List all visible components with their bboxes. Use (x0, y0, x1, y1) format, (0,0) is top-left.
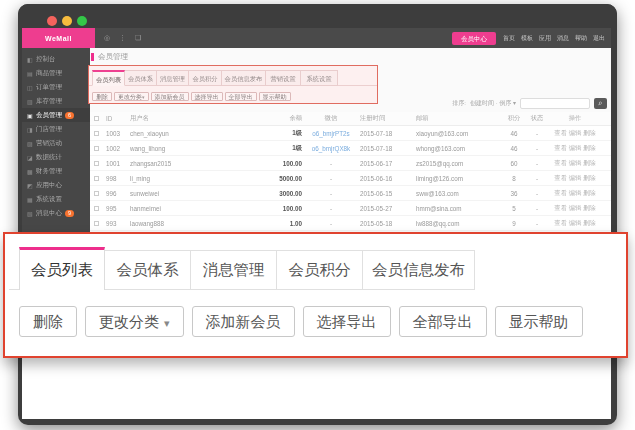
search-button[interactable]: ⌕ (594, 98, 607, 109)
callout-tab[interactable]: 会员信息发布 (363, 250, 475, 290)
sidebar-item-label: 订单管理 (36, 83, 62, 92)
zoom-window-button[interactable] (77, 16, 87, 26)
callout-tab[interactable]: 会员体系 (105, 250, 191, 290)
search-input[interactable] (520, 98, 590, 109)
notification-badge: 9 (65, 210, 74, 217)
sidebar-item-icon: ◪ (27, 154, 36, 161)
bookmark-icon[interactable]: ❏ (135, 34, 141, 42)
sidebar-item[interactable]: ▤ 商品管理 (22, 66, 90, 80)
header-link[interactable]: 应用 (539, 34, 551, 43)
callout-toolbar-button[interactable]: 选择导出 (303, 306, 391, 337)
cell-wechat: - (302, 160, 360, 167)
cell-username[interactable]: chen_xiaoyun (130, 130, 250, 137)
row-checkbox[interactable] (94, 191, 99, 196)
menu-dots-icon[interactable]: ⋮ (119, 34, 126, 42)
callout-toolbar-button[interactable]: 全部导出 (399, 306, 487, 337)
cell-email: sww@163.com (416, 190, 501, 197)
table-body: 1003 chen_xiaoyun 1级 o6_bmjrPT2s 2015-07… (90, 126, 611, 231)
header-link[interactable]: 帮助 (575, 34, 587, 43)
module-tab[interactable]: 营销设置 (266, 70, 301, 86)
row-checkbox[interactable] (94, 176, 99, 181)
callout-toolbar-button[interactable]: 添加新会员 (192, 306, 295, 337)
cell-username[interactable]: wang_lihong (130, 145, 250, 152)
sidebar-item[interactable]: ◨ 门店管理 (22, 122, 90, 136)
callout-button-label: 删除 (33, 313, 63, 330)
sidebar-item[interactable]: ◧ 控制台 (22, 52, 90, 66)
callout-toolbar-button[interactable]: 更改分类▾ (85, 306, 184, 337)
cell-action-links[interactable]: 查看 编辑 删除 (547, 204, 603, 213)
callout-toolbar-button[interactable]: 删除 (19, 306, 77, 337)
cell-action-links[interactable]: 查看 编辑 删除 (547, 189, 603, 198)
cell-action-links[interactable]: 查看 编辑 删除 (547, 219, 603, 228)
callout-toolbar-button[interactable]: 显示帮助 (495, 306, 583, 337)
header-right-nav: 会员中心 首页模板应用消息帮助退出 (452, 32, 611, 45)
main-content: 会员管理 会员列表 会员体系 消息管理 会员积分 (90, 48, 611, 232)
cell-username[interactable]: li_ming (130, 175, 250, 182)
row-checkbox[interactable] (94, 161, 99, 166)
module-tab[interactable]: 会员体系 (125, 70, 157, 86)
sidebar-item[interactable]: ▣ 会员管理 6 (22, 108, 90, 122)
dropdown-caret-icon: ▾ (164, 317, 170, 329)
sidebar-item[interactable]: ◫ 订单管理 (22, 80, 90, 94)
cell-wechat: - (302, 190, 360, 197)
header-link[interactable]: 退出 (593, 34, 605, 43)
cell-email: xiaoyun@163.com (416, 130, 501, 137)
cell-action-links[interactable]: 查看 编辑 删除 (547, 174, 603, 183)
header-link[interactable]: 首页 (503, 34, 515, 43)
callout-tab[interactable]: 会员列表 (19, 247, 105, 290)
col-wechat: 微信 (302, 114, 360, 123)
cell-points: 8 (501, 175, 527, 182)
toolbar-button[interactable]: 删除 (92, 92, 112, 101)
module-tab[interactable]: 会员列表 (92, 70, 125, 86)
toolbar-button[interactable]: 更改分类▾ (114, 92, 149, 101)
member-table: ID 用户名 余额 微信 注册时间 邮箱 积分 状态 操作 (90, 112, 611, 231)
cell-status: - (527, 220, 547, 227)
cell-register-date: 2015-06-15 (360, 190, 416, 197)
row-checkbox[interactable] (94, 146, 99, 151)
module-tab[interactable]: 消息管理 (157, 70, 189, 86)
toolbar-button[interactable]: 显示帮助 (259, 92, 291, 101)
cell-register-date: 2015-07-18 (360, 130, 416, 137)
cell-id: 1003 (106, 130, 130, 137)
sidebar-item[interactable]: ▥ 库存管理 (22, 94, 90, 108)
member-center-button[interactable]: 会员中心 (452, 32, 496, 45)
row-checkbox[interactable] (94, 206, 99, 211)
sidebar-item[interactable]: ◩ 应用中心 (22, 178, 90, 192)
module-tab[interactable]: 系统设置 (301, 70, 338, 86)
callout-tab[interactable]: 会员积分 (277, 250, 363, 290)
sidebar-item[interactable]: ▧ 消息中心 9 (22, 206, 90, 220)
sidebar-item[interactable]: ◪ 数据统计 (22, 150, 90, 164)
cell-wechat: - (302, 205, 360, 212)
cell-register-date: 2015-05-27 (360, 205, 416, 212)
toolbar-button[interactable]: 全部导出 (225, 92, 257, 101)
header-link[interactable]: 消息 (557, 34, 569, 43)
module-tab[interactable]: 会员积分 (189, 70, 222, 86)
row-checkbox[interactable] (94, 221, 99, 226)
cell-username[interactable]: sunweiwei (130, 190, 250, 197)
user-icon[interactable]: ◎ (104, 34, 110, 42)
sort-select[interactable]: 创建时间 · 倒序 ▾ (470, 99, 516, 108)
toolbar-button[interactable]: 选择导出 (191, 92, 223, 101)
toolbar-button[interactable]: 添加新会员 (151, 92, 189, 101)
cell-wechat-link[interactable]: o6_bmjrPT2s (302, 130, 360, 137)
row-checkbox[interactable] (94, 131, 99, 136)
cell-wechat-link[interactable]: o6_bmjrQX8k (302, 145, 360, 152)
app-logo[interactable]: WeMall (22, 28, 95, 48)
cell-action-links[interactable]: 查看 编辑 删除 (547, 159, 603, 168)
header-link[interactable]: 模板 (521, 34, 533, 43)
cell-action-links[interactable]: 查看 编辑 删除 (547, 144, 603, 153)
sidebar-item[interactable]: ▩ 财务管理 (22, 164, 90, 178)
sidebar-item[interactable]: ▨ 营销活动 (22, 136, 90, 150)
select-all-checkbox[interactable] (94, 116, 99, 121)
cell-username[interactable]: hanmeimei (130, 205, 250, 212)
highlighted-region: 会员列表 会员体系 消息管理 会员积分 会员信息发布 营销设置 (88, 65, 378, 104)
sidebar-item[interactable]: ▦ 系统设置 (22, 192, 90, 206)
cell-username[interactable]: laowang888 (130, 220, 250, 227)
callout-button-label: 更改分类 (99, 313, 159, 330)
callout-tab[interactable]: 消息管理 (191, 250, 277, 290)
close-window-button[interactable] (47, 16, 57, 26)
module-tab[interactable]: 会员信息发布 (222, 70, 266, 86)
cell-username[interactable]: zhangsan2015 (130, 160, 250, 167)
minimize-window-button[interactable] (62, 16, 72, 26)
cell-action-links[interactable]: 查看 编辑 删除 (547, 129, 603, 138)
